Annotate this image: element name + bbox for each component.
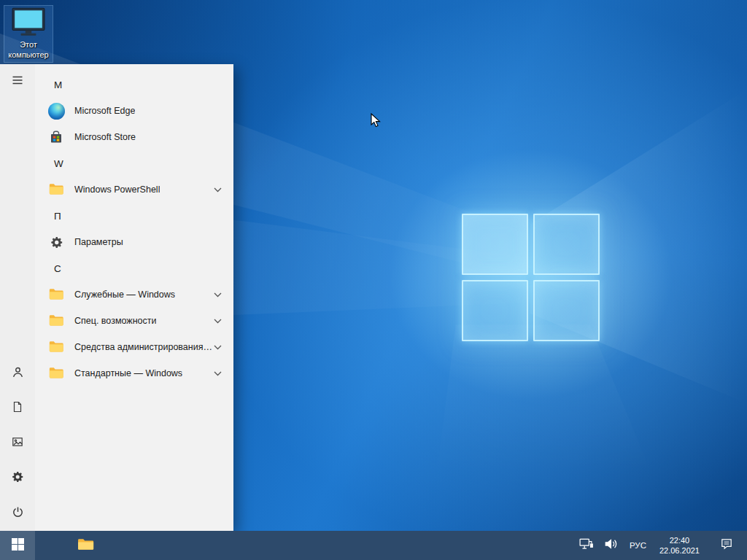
gear-icon <box>47 233 65 251</box>
desktop-icon-this-pc[interactable]: Этот компьютер <box>4 6 53 62</box>
folder-icon <box>47 365 65 382</box>
chevron-down-icon[interactable] <box>214 319 222 324</box>
language-indicator[interactable]: РУС <box>623 531 653 560</box>
app-item-admin-tools[interactable]: Средства администрирования W… <box>35 334 233 360</box>
taskbar: РУС 22:40 22.06.2021 <box>0 531 747 560</box>
action-center-button[interactable] <box>706 531 747 560</box>
edge-icon <box>47 102 65 120</box>
app-item-label: Параметры <box>74 237 123 247</box>
windows-logo-pane <box>462 214 528 275</box>
app-item-label: Microsoft Edge <box>74 106 135 116</box>
taskbar-edge-button[interactable] <box>35 531 69 560</box>
app-item-windows-powershell[interactable]: Windows PowerShell <box>35 176 233 203</box>
windows-logo-wallpaper <box>462 214 600 341</box>
volume-tray-button[interactable] <box>599 531 623 560</box>
power-button[interactable] <box>0 496 35 531</box>
volume-icon <box>604 538 618 553</box>
desktop-wallpaper: Этот компьютер <box>0 0 747 560</box>
section-header-p[interactable]: П <box>35 203 233 229</box>
action-center-icon <box>720 537 733 553</box>
network-icon <box>579 538 594 553</box>
app-item-label: Windows PowerShell <box>74 184 160 195</box>
section-header-w[interactable]: W <box>35 150 233 176</box>
app-item-label: Служебные — Windows <box>74 289 175 300</box>
mouse-cursor <box>371 113 382 131</box>
folder-icon <box>47 286 65 303</box>
chevron-down-icon[interactable] <box>214 292 222 298</box>
start-menu-rail <box>0 64 35 531</box>
taskbar-empty-area <box>102 531 574 560</box>
app-item-windows-system[interactable]: Служебные — Windows <box>35 281 233 308</box>
app-item-microsoft-edge[interactable]: Microsoft Edge <box>35 98 233 124</box>
folder-icon <box>47 181 65 198</box>
pictures-icon <box>12 436 23 451</box>
desktop-icon-label: Этот компьютер <box>5 40 52 61</box>
pictures-button[interactable] <box>0 426 35 461</box>
settings-button[interactable] <box>0 461 35 496</box>
start-menu: M Microsoft Edge Microsoft Store <box>0 64 233 531</box>
app-item-settings[interactable]: Параметры <box>35 229 233 255</box>
cursor-arrow-icon <box>371 118 382 131</box>
chevron-down-icon[interactable] <box>214 371 222 376</box>
power-icon <box>12 506 24 521</box>
section-header-s[interactable]: С <box>35 255 233 281</box>
folder-icon <box>47 312 65 330</box>
store-icon <box>47 128 65 146</box>
start-app-list: M Microsoft Edge Microsoft Store <box>35 64 233 531</box>
clock-time: 22:40 <box>659 535 700 545</box>
windows-logo-pane <box>533 214 600 275</box>
chevron-down-icon[interactable] <box>214 345 222 350</box>
documents-button[interactable] <box>0 391 35 426</box>
folder-icon <box>47 338 65 356</box>
app-item-ease-of-access[interactable]: Спец. возможности <box>35 308 233 334</box>
settings-gear-icon <box>11 470 24 486</box>
expand-menu-button[interactable] <box>0 64 35 99</box>
app-item-label: Microsoft Store <box>74 132 136 142</box>
hamburger-icon <box>12 74 23 89</box>
section-header-m[interactable]: M <box>35 71 233 98</box>
app-item-label: Спец. возможности <box>74 316 156 326</box>
chevron-down-icon[interactable] <box>214 187 222 192</box>
windows-logo-pane <box>533 280 600 341</box>
app-item-windows-accessories[interactable]: Стандартные — Windows <box>35 360 233 386</box>
account-button[interactable] <box>0 356 35 391</box>
taskbar-file-explorer-button[interactable] <box>69 531 102 560</box>
start-button[interactable] <box>0 531 35 560</box>
clock[interactable]: 22:40 22.06.2021 <box>653 531 706 560</box>
document-icon <box>12 401 23 416</box>
app-item-label: Средства администрирования W… <box>74 342 214 352</box>
user-icon <box>12 366 24 381</box>
windows-logo-pane <box>462 280 528 341</box>
network-tray-button[interactable] <box>574 531 599 560</box>
app-item-label: Стандартные — Windows <box>74 368 182 378</box>
computer-icon <box>12 7 45 39</box>
file-explorer-icon <box>77 535 95 556</box>
windows-flag-icon <box>12 538 24 553</box>
system-tray: РУС 22:40 22.06.2021 <box>574 531 747 560</box>
app-item-microsoft-store[interactable]: Microsoft Store <box>35 124 233 150</box>
clock-date: 22.06.2021 <box>659 545 700 556</box>
